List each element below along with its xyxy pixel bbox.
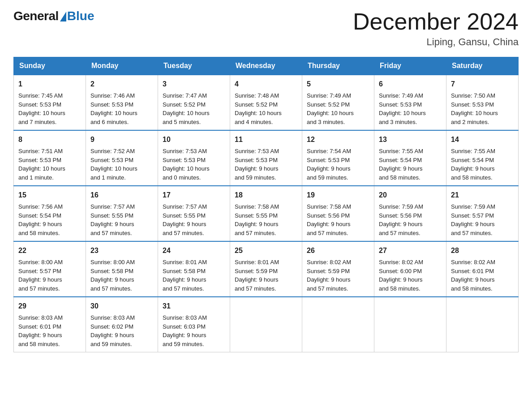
day-info: Sunrise: 7:51 AMSunset: 5:53 PMDaylight:… (18, 148, 65, 181)
calendar-header-monday: Monday (86, 57, 158, 75)
calendar-cell: 13Sunrise: 7:55 AMSunset: 5:54 PMDayligh… (374, 130, 446, 186)
day-number: 12 (307, 134, 369, 145)
day-number: 9 (90, 134, 153, 145)
calendar-cell: 27Sunrise: 8:02 AMSunset: 6:00 PMDayligh… (374, 241, 446, 297)
logo-blue-text: Blue (67, 9, 94, 23)
day-number: 28 (451, 245, 514, 256)
day-info: Sunrise: 7:49 AMSunset: 5:53 PMDaylight:… (379, 92, 426, 125)
day-number: 18 (235, 190, 297, 201)
calendar-cell (446, 297, 519, 352)
calendar-cell: 1Sunrise: 7:45 AMSunset: 5:53 PMDaylight… (14, 75, 86, 130)
calendar-header-thursday: Thursday (302, 57, 374, 75)
calendar-cell: 10Sunrise: 7:53 AMSunset: 5:53 PMDayligh… (158, 130, 230, 186)
logo: General Blue (13, 9, 94, 23)
day-number: 13 (379, 134, 442, 145)
calendar-cell (302, 297, 374, 352)
day-number: 20 (379, 190, 442, 201)
day-info: Sunrise: 7:55 AMSunset: 5:54 PMDaylight:… (379, 148, 423, 181)
day-info: Sunrise: 8:03 AMSunset: 6:01 PMDaylight:… (18, 314, 63, 347)
calendar-week-row-4: 22Sunrise: 8:00 AMSunset: 5:57 PMDayligh… (14, 241, 519, 297)
day-info: Sunrise: 7:56 AMSunset: 5:54 PMDaylight:… (18, 203, 63, 236)
calendar-header-sunday: Sunday (14, 57, 86, 75)
day-number: 30 (90, 301, 153, 312)
day-number: 31 (163, 301, 225, 312)
calendar-cell: 30Sunrise: 8:03 AMSunset: 6:02 PMDayligh… (86, 297, 158, 352)
day-info: Sunrise: 7:59 AMSunset: 5:56 PMDaylight:… (379, 203, 423, 236)
calendar-cell: 20Sunrise: 7:59 AMSunset: 5:56 PMDayligh… (374, 186, 446, 241)
location-text: Liping, Gansu, China (353, 36, 519, 48)
calendar-cell: 4Sunrise: 7:48 AMSunset: 5:52 PMDaylight… (230, 75, 302, 130)
day-number: 8 (18, 134, 81, 145)
calendar-cell: 12Sunrise: 7:54 AMSunset: 5:53 PMDayligh… (302, 130, 374, 186)
calendar-cell (230, 297, 302, 352)
day-number: 16 (90, 190, 153, 201)
calendar-cell: 9Sunrise: 7:52 AMSunset: 5:53 PMDaylight… (86, 130, 158, 186)
calendar-cell: 3Sunrise: 7:47 AMSunset: 5:52 PMDaylight… (158, 75, 230, 130)
day-info: Sunrise: 7:49 AMSunset: 5:52 PMDaylight:… (307, 92, 354, 125)
day-info: Sunrise: 7:46 AMSunset: 5:53 PMDaylight:… (90, 92, 137, 125)
calendar-week-row-2: 8Sunrise: 7:51 AMSunset: 5:53 PMDaylight… (14, 130, 519, 186)
calendar-cell: 16Sunrise: 7:57 AMSunset: 5:55 PMDayligh… (86, 186, 158, 241)
day-info: Sunrise: 8:03 AMSunset: 6:03 PMDaylight:… (163, 314, 207, 347)
calendar-header-row: SundayMondayTuesdayWednesdayThursdayFrid… (14, 57, 519, 75)
calendar-cell: 6Sunrise: 7:49 AMSunset: 5:53 PMDaylight… (374, 75, 446, 130)
calendar-header-friday: Friday (374, 57, 446, 75)
day-number: 24 (163, 245, 225, 256)
calendar-cell: 28Sunrise: 8:02 AMSunset: 6:01 PMDayligh… (446, 241, 519, 297)
month-title: December 2024 (353, 9, 519, 34)
day-info: Sunrise: 7:54 AMSunset: 5:53 PMDaylight:… (307, 148, 351, 181)
day-info: Sunrise: 8:01 AMSunset: 5:59 PMDaylight:… (235, 259, 279, 292)
calendar-header-saturday: Saturday (446, 57, 519, 75)
calendar-cell: 18Sunrise: 7:58 AMSunset: 5:55 PMDayligh… (230, 186, 302, 241)
day-number: 5 (307, 79, 369, 90)
day-info: Sunrise: 8:02 AMSunset: 6:00 PMDaylight:… (379, 259, 423, 292)
calendar-cell: 26Sunrise: 8:02 AMSunset: 5:59 PMDayligh… (302, 241, 374, 297)
calendar-cell: 2Sunrise: 7:46 AMSunset: 5:53 PMDaylight… (86, 75, 158, 130)
calendar-header-wednesday: Wednesday (230, 57, 302, 75)
day-number: 21 (451, 190, 514, 201)
day-info: Sunrise: 8:01 AMSunset: 5:58 PMDaylight:… (163, 259, 207, 292)
day-number: 14 (451, 134, 514, 145)
calendar-header-tuesday: Tuesday (158, 57, 230, 75)
day-number: 2 (90, 79, 153, 90)
day-number: 3 (163, 79, 225, 90)
calendar-week-row-1: 1Sunrise: 7:45 AMSunset: 5:53 PMDaylight… (14, 75, 519, 130)
day-info: Sunrise: 7:53 AMSunset: 5:53 PMDaylight:… (235, 148, 279, 181)
day-info: Sunrise: 7:47 AMSunset: 5:52 PMDaylight:… (163, 92, 210, 125)
day-info: Sunrise: 7:57 AMSunset: 5:55 PMDaylight:… (163, 203, 207, 236)
day-info: Sunrise: 7:50 AMSunset: 5:53 PMDaylight:… (451, 92, 498, 125)
day-number: 4 (235, 79, 297, 90)
page-header: General Blue December 2024 Liping, Gansu… (13, 9, 519, 48)
calendar-cell: 31Sunrise: 8:03 AMSunset: 6:03 PMDayligh… (158, 297, 230, 352)
calendar-cell: 17Sunrise: 7:57 AMSunset: 5:55 PMDayligh… (158, 186, 230, 241)
calendar-cell (374, 297, 446, 352)
day-info: Sunrise: 7:57 AMSunset: 5:55 PMDaylight:… (90, 203, 135, 236)
calendar-cell: 23Sunrise: 8:00 AMSunset: 5:58 PMDayligh… (86, 241, 158, 297)
day-number: 19 (307, 190, 369, 201)
calendar-cell: 24Sunrise: 8:01 AMSunset: 5:58 PMDayligh… (158, 241, 230, 297)
calendar-cell: 21Sunrise: 7:59 AMSunset: 5:57 PMDayligh… (446, 186, 519, 241)
calendar-cell: 25Sunrise: 8:01 AMSunset: 5:59 PMDayligh… (230, 241, 302, 297)
day-info: Sunrise: 7:48 AMSunset: 5:52 PMDaylight:… (235, 92, 282, 125)
calendar-week-row-3: 15Sunrise: 7:56 AMSunset: 5:54 PMDayligh… (14, 186, 519, 241)
day-info: Sunrise: 8:00 AMSunset: 5:58 PMDaylight:… (90, 259, 135, 292)
calendar-cell: 22Sunrise: 8:00 AMSunset: 5:57 PMDayligh… (14, 241, 86, 297)
calendar-cell: 7Sunrise: 7:50 AMSunset: 5:53 PMDaylight… (446, 75, 519, 130)
day-number: 6 (379, 79, 442, 90)
day-number: 1 (18, 79, 81, 90)
calendar-cell: 11Sunrise: 7:53 AMSunset: 5:53 PMDayligh… (230, 130, 302, 186)
calendar-cell: 5Sunrise: 7:49 AMSunset: 5:52 PMDaylight… (302, 75, 374, 130)
day-number: 22 (18, 245, 81, 256)
day-number: 29 (18, 301, 81, 312)
day-info: Sunrise: 8:02 AMSunset: 5:59 PMDaylight:… (307, 259, 351, 292)
logo-general-text: General (13, 9, 59, 23)
calendar-week-row-5: 29Sunrise: 8:03 AMSunset: 6:01 PMDayligh… (14, 297, 519, 352)
day-number: 11 (235, 134, 297, 145)
day-info: Sunrise: 7:53 AMSunset: 5:53 PMDaylight:… (163, 148, 210, 181)
day-number: 23 (90, 245, 153, 256)
day-number: 25 (235, 245, 297, 256)
calendar-cell: 8Sunrise: 7:51 AMSunset: 5:53 PMDaylight… (14, 130, 86, 186)
calendar-cell: 29Sunrise: 8:03 AMSunset: 6:01 PMDayligh… (14, 297, 86, 352)
day-info: Sunrise: 7:59 AMSunset: 5:57 PMDaylight:… (451, 203, 495, 236)
calendar-cell: 19Sunrise: 7:58 AMSunset: 5:56 PMDayligh… (302, 186, 374, 241)
